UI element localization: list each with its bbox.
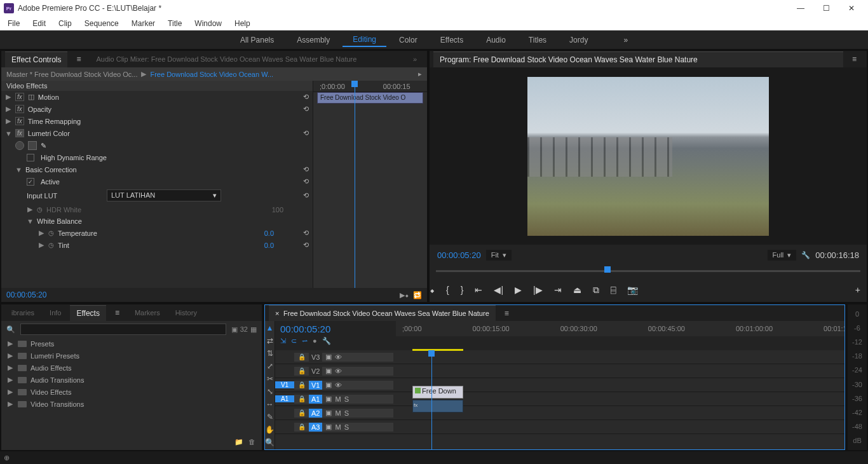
lock-icon[interactable]: 🔒 xyxy=(298,353,306,360)
workspace-assembly[interactable]: Assembly xyxy=(287,34,340,46)
tab-history[interactable]: History xyxy=(169,306,203,320)
menu-clip[interactable]: Clip xyxy=(53,18,77,29)
lumetri-color-effect[interactable]: Lumetri Color xyxy=(28,130,299,137)
settings-icon[interactable]: 🔧 xyxy=(801,251,810,259)
reset-lumetri-button[interactable]: ⟲ xyxy=(303,129,309,137)
lock-icon[interactable]: 🔒 xyxy=(298,423,306,430)
fx-badge-icon[interactable]: fx xyxy=(15,93,24,101)
rolling-edit-tool[interactable]: ⤢ xyxy=(267,362,273,371)
reset-opacity-button[interactable]: ⟲ xyxy=(303,105,309,113)
track-name-v1[interactable]: V1 xyxy=(309,381,322,390)
go-to-in-button[interactable]: ⇤ xyxy=(475,285,482,295)
folder-lumetri-presets[interactable]: ▶Lumetri Presets xyxy=(1,350,262,362)
folder-video-transitions[interactable]: ▶Video Transitions xyxy=(1,398,262,410)
mask-pen-icon[interactable]: ✎ xyxy=(41,142,46,150)
active-checkbox[interactable]: ✓ xyxy=(27,178,34,186)
delete-icon[interactable]: 🗑 xyxy=(248,438,255,448)
menu-window[interactable]: Window xyxy=(189,18,227,29)
extract-button[interactable]: ⧉ xyxy=(593,285,599,296)
fx-badge-icon[interactable]: fx xyxy=(15,117,24,125)
go-to-out-button[interactable]: ⇥ xyxy=(554,285,562,295)
add-marker-button[interactable]: ⬥ xyxy=(430,285,435,295)
menu-marker[interactable]: Marker xyxy=(126,18,160,29)
workspace-jordy[interactable]: Jordy xyxy=(559,34,598,46)
status-icon[interactable]: ⊕ xyxy=(4,454,10,462)
stopwatch-icon[interactable]: ◷ xyxy=(37,206,43,213)
lock-icon[interactable]: 🔒 xyxy=(298,395,306,402)
track-name-a1[interactable]: A1 xyxy=(309,395,322,404)
ec-playhead[interactable] xyxy=(355,81,355,288)
solo-button[interactable]: S xyxy=(344,395,349,403)
lock-icon[interactable]: 🔒 xyxy=(298,367,306,374)
program-scrubber[interactable] xyxy=(430,265,867,278)
reset-active-button[interactable]: ⟲ xyxy=(303,177,309,186)
toggle-animation-icon[interactable]: ▶⬥ xyxy=(400,291,409,299)
tab-markers[interactable]: Markers xyxy=(128,306,166,320)
expand-icon[interactable]: ▶ xyxy=(38,229,44,237)
temperature-value[interactable]: 0.0 xyxy=(264,229,274,237)
expand-icon[interactable]: ▶ xyxy=(38,241,44,249)
selection-tool[interactable]: ▲ xyxy=(266,324,274,332)
step-back-button[interactable]: ◀| xyxy=(494,285,503,295)
camera-icon[interactable]: 📷 xyxy=(627,285,638,295)
workspace-titles[interactable]: Titles xyxy=(519,34,557,46)
mute-button[interactable]: M xyxy=(335,395,341,403)
workspace-all-panels[interactable]: All Panels xyxy=(230,34,284,46)
mark-in-button[interactable]: { xyxy=(446,285,449,295)
effects-search-input[interactable] xyxy=(20,324,226,335)
timeline-playhead[interactable] xyxy=(431,350,432,449)
tab-audio-clip-mixer[interactable]: Audio Clip Mixer: Free Download Stock Vi… xyxy=(90,52,404,66)
fx-badge-icon[interactable]: fx xyxy=(15,105,24,113)
track-source-a1[interactable]: A1 xyxy=(275,395,294,402)
mask-rect-icon[interactable] xyxy=(28,141,37,150)
timeline-settings-icon[interactable]: 🔧 xyxy=(322,337,331,345)
mask-ellipse-icon[interactable] xyxy=(15,141,24,150)
hand-tool[interactable]: ✋ xyxy=(265,425,275,434)
mute-button[interactable]: M xyxy=(335,409,341,417)
toggle-output-icon[interactable]: ▣ xyxy=(325,423,332,431)
expand-icon[interactable]: ▶ xyxy=(5,117,11,125)
expand-icon[interactable]: ▶ xyxy=(27,205,33,214)
audio-clip[interactable]: fx xyxy=(412,400,463,413)
32bit-filter-icon[interactable]: 32 xyxy=(240,325,248,334)
collapse-icon[interactable]: ▼ xyxy=(5,130,11,137)
ec-timecode[interactable]: 00:00:05:20 xyxy=(6,290,46,299)
stopwatch-icon[interactable]: ◷ xyxy=(48,242,54,249)
time-remapping-effect[interactable]: Time Remapping xyxy=(28,118,309,125)
lock-icon[interactable]: 🔒 xyxy=(298,409,306,416)
white-balance-group[interactable]: White Balance xyxy=(37,217,309,225)
minimize-button[interactable]: — xyxy=(788,0,813,17)
button-editor-button[interactable]: + xyxy=(855,285,860,295)
work-area-bar[interactable] xyxy=(412,349,463,351)
panel-menu-icon[interactable]: ≡ xyxy=(846,51,863,67)
folder-audio-effects[interactable]: ▶Audio Effects xyxy=(1,362,262,374)
hdr-range-checkbox[interactable] xyxy=(27,154,34,161)
reset-motion-button[interactable]: ⟲ xyxy=(303,93,309,101)
close-button[interactable]: ✕ xyxy=(839,0,864,17)
tab-libraries[interactable]: ibraries xyxy=(5,306,41,320)
panel-menu-icon[interactable]: ≡ xyxy=(109,305,126,320)
stopwatch-icon[interactable]: ◷ xyxy=(48,229,54,236)
eye-icon[interactable]: 👁 xyxy=(335,367,342,375)
collapse-icon[interactable]: ▼ xyxy=(15,166,22,174)
resolution-dropdown[interactable]: Full▾ xyxy=(768,250,797,261)
linked-selection-icon[interactable]: ⊂ xyxy=(291,337,297,345)
reset-tint-button[interactable]: ⟲ xyxy=(303,241,309,249)
motion-effect[interactable]: Motion xyxy=(38,93,299,101)
eye-icon[interactable]: 👁 xyxy=(335,381,342,389)
menu-sequence[interactable]: Sequence xyxy=(79,18,124,29)
tabs-overflow-icon[interactable]: » xyxy=(407,52,423,66)
program-tab[interactable]: Program: Free Download Stock Video Ocean… xyxy=(433,51,843,67)
timeline-timecode[interactable]: 00:00:05:20 xyxy=(280,324,391,334)
program-viewer[interactable] xyxy=(430,67,867,245)
workspace-audio[interactable]: Audio xyxy=(476,34,516,46)
workspace-color[interactable]: Color xyxy=(389,34,428,46)
menu-file[interactable]: File xyxy=(3,18,25,29)
track-name-v3[interactable]: V3 xyxy=(309,353,322,362)
menu-help[interactable]: Help xyxy=(229,18,255,29)
add-marker-icon[interactable]: ⥋ xyxy=(302,337,308,345)
mark-out-button[interactable]: } xyxy=(461,285,464,295)
accelerated-filter-icon[interactable]: ▣ xyxy=(231,325,238,334)
expand-icon[interactable]: ▶ xyxy=(5,93,11,101)
collapse-icon[interactable]: ▼ xyxy=(27,217,33,225)
